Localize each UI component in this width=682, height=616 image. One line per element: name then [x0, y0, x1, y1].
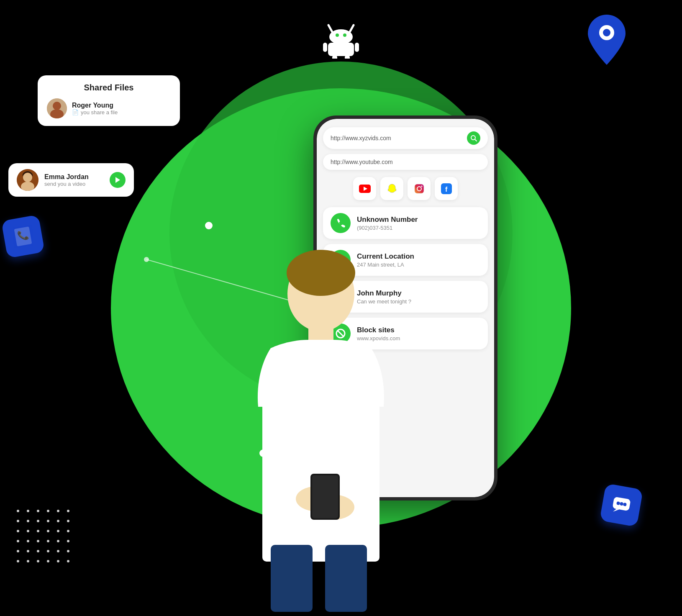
white-dot-1 [457, 130, 464, 137]
white-dot-3 [259, 449, 267, 457]
svg-point-7 [329, 29, 353, 44]
roger-young-avatar [47, 98, 67, 118]
svg-marker-53 [115, 177, 120, 183]
phone-card-icon [331, 213, 351, 233]
svg-rect-10 [328, 43, 354, 56]
svg-rect-14 [345, 55, 350, 59]
browser-bar-2[interactable]: http://www.youtube.com [323, 154, 488, 170]
file-icon: 📄 [72, 109, 79, 116]
svg-point-51 [23, 173, 32, 182]
shared-files-title: Shared Files [47, 83, 171, 92]
unknown-number-card: Unknown Number (902)037-5351 [323, 207, 488, 239]
social-icons-row: f [323, 175, 488, 202]
svg-rect-11 [323, 43, 327, 52]
svg-text:f: f [445, 186, 448, 193]
android-icon [322, 21, 360, 67]
svg-point-29 [421, 185, 422, 187]
youtube-icon[interactable] [353, 177, 376, 200]
svg-point-9 [343, 33, 346, 37]
svg-rect-13 [332, 55, 337, 59]
instagram-icon[interactable] [408, 177, 431, 200]
play-button[interactable] [110, 172, 126, 188]
emma-action: send you a video [44, 181, 89, 187]
main-scene: 📞 http://www.xyzvids.com [0, 0, 682, 616]
emma-name: Emma Jordan [44, 173, 89, 181]
svg-line-24 [475, 139, 477, 141]
svg-point-16 [603, 29, 610, 36]
roger-young-info: Roger Young 📄 you share a file [72, 102, 118, 116]
browser-url-1: http://www.xyzvids.com [331, 135, 391, 141]
person-image [220, 239, 421, 616]
dot-grid [17, 510, 73, 566]
svg-rect-46 [325, 545, 367, 612]
emma-jordan-card: Emma Jordan send you a video [8, 163, 134, 197]
white-dot-2 [205, 222, 213, 229]
location-pin-icon [586, 13, 628, 69]
facebook-icon[interactable]: f [435, 177, 458, 200]
roger-young-name: Roger Young [72, 102, 118, 109]
unknown-number-title: Unknown Number [357, 216, 418, 224]
shared-files-card: Shared Files Roger Young 📄 you share a f… [38, 75, 180, 126]
phone-float-icon: 📞 [1, 215, 45, 258]
chat-float-icon [600, 483, 643, 527]
browser-url-2: http://www.youtube.com [331, 159, 393, 165]
svg-point-48 [53, 102, 61, 110]
snapchat-icon[interactable] [380, 177, 403, 200]
svg-rect-27 [415, 184, 424, 193]
unknown-number-sub: (902)037-5351 [357, 225, 418, 231]
svg-point-38 [287, 250, 355, 296]
search-icon[interactable] [467, 131, 480, 145]
svg-line-5 [328, 25, 333, 33]
svg-rect-44 [312, 475, 338, 518]
svg-rect-45 [271, 545, 313, 612]
roger-young-action-text: you share a file [81, 109, 118, 116]
emma-info: Emma Jordan send you a video [44, 173, 89, 187]
shared-file-item: Roger Young 📄 you share a file [47, 98, 171, 118]
svg-rect-12 [355, 43, 359, 52]
svg-point-8 [336, 33, 339, 37]
unknown-number-info: Unknown Number (902)037-5351 [357, 216, 418, 231]
roger-young-action: 📄 you share a file [72, 109, 118, 116]
emma-avatar [17, 169, 38, 191]
svg-line-6 [349, 25, 354, 33]
